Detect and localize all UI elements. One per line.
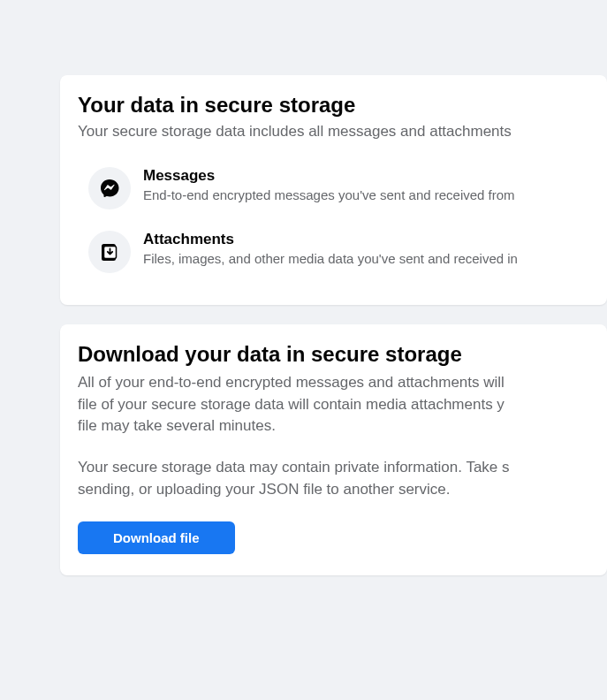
item-desc: End-to-end encrypted messages you've sen… (143, 187, 515, 202)
item-desc: Files, images, and other media data you'… (143, 251, 518, 266)
attachments-icon (88, 231, 131, 273)
attachments-item: Attachments Files, images, and other med… (78, 220, 589, 284)
card-description: All of your end-to-end encrypted message… (78, 372, 589, 500)
item-title: Attachments (143, 231, 518, 248)
secure-storage-info-card: Your data in secure storage Your secure … (60, 75, 607, 305)
item-content: Messages End-to-end encrypted messages y… (143, 167, 515, 202)
messages-item: Messages End-to-end encrypted messages y… (78, 156, 589, 220)
download-data-card: Download your data in secure storage All… (60, 324, 607, 575)
card-title: Download your data in secure storage (78, 342, 589, 367)
download-file-button[interactable]: Download file (78, 521, 235, 554)
card-title: Your data in secure storage (78, 93, 589, 118)
card-subtitle: Your secure storage data includes all me… (78, 123, 589, 141)
item-content: Attachments Files, images, and other med… (143, 231, 518, 266)
item-title: Messages (143, 167, 515, 185)
messenger-icon (88, 167, 131, 209)
